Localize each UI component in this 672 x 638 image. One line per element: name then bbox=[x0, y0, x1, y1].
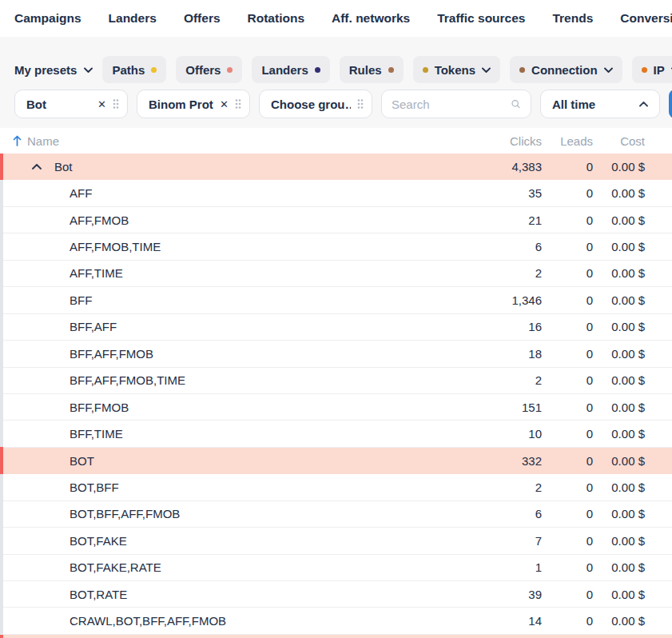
table-row[interactable]: BOT,FAKE 7 0 0.00 $ bbox=[0, 528, 672, 554]
partial-blue-button[interactable] bbox=[669, 90, 672, 118]
filter-chip[interactable]: Connection bbox=[510, 56, 622, 83]
row-cost: 0.00 $ bbox=[593, 320, 645, 333]
close-icon[interactable]: ✕ bbox=[97, 99, 106, 110]
nav-item[interactable]: Trends bbox=[552, 11, 593, 26]
nav-item[interactable]: Conversions bbox=[620, 11, 672, 26]
drag-handle-icon[interactable] bbox=[113, 98, 119, 110]
nav-item[interactable]: Landers bbox=[109, 11, 157, 26]
nav-item[interactable]: Aff. networks bbox=[332, 11, 410, 26]
row-clicks: 18 bbox=[462, 347, 542, 361]
table-row[interactable]: BOT,BFF 2 0 0.00 $ bbox=[0, 474, 672, 500]
row-leads: 0 bbox=[542, 320, 593, 333]
table-row[interactable]: BFF 1,346 0 0.00 $ bbox=[0, 287, 672, 313]
table-row[interactable]: BFF,TIME 10 0 0.00 $ bbox=[0, 421, 672, 447]
nav-item[interactable]: Campaigns bbox=[14, 11, 82, 26]
nav-item[interactable]: Rotations bbox=[248, 11, 304, 26]
row-clicks: 332 bbox=[462, 454, 542, 468]
table-row[interactable]: AFF,FMOB 21 0 0.00 $ bbox=[0, 207, 672, 233]
sort-ascending-icon bbox=[13, 135, 22, 146]
row-name-cell: BFF,AFF,FMOB bbox=[3, 347, 462, 361]
table-row[interactable]: BFF,AFF 16 0 0.00 $ bbox=[0, 314, 672, 341]
search-input[interactable] bbox=[392, 98, 504, 111]
column-header-cost[interactable]: Cost bbox=[593, 134, 645, 148]
row-name: CRAWL,BOT,BFF,AFF,FMOB bbox=[70, 614, 226, 628]
filter-chip[interactable]: Rules bbox=[340, 56, 404, 83]
table-row[interactable]: CRAWL,BOT,BFF,AFF,FMOB 14 0 0.00 $ bbox=[0, 608, 672, 634]
column-header-clicks[interactable]: Clicks bbox=[462, 134, 542, 148]
row-clicks: 2 bbox=[462, 373, 542, 387]
table-row[interactable]: BFF,AFF,FMOB,TIME 2 0 0.00 $ bbox=[0, 368, 672, 394]
filter-tag[interactable]: Binom Prot… ✕ bbox=[137, 90, 250, 118]
row-name-cell: AFF,FMOB,TIME bbox=[3, 240, 462, 253]
row-cost: 0.00 $ bbox=[593, 266, 645, 280]
chip-color-dot bbox=[519, 67, 525, 73]
table-row[interactable]: BOT,RATE 39 0 0.00 $ bbox=[0, 581, 672, 608]
filter-chip[interactable]: Paths bbox=[102, 56, 166, 83]
row-leads: 0 bbox=[542, 614, 593, 628]
table-row[interactable]: Bot 4,383 0 0.00 $ bbox=[0, 154, 672, 180]
row-leads: 0 bbox=[542, 507, 593, 520]
filter-tag-label: Bot bbox=[26, 98, 91, 111]
table-body: Bot 4,383 0 0.00 $ AFF 35 0 0.00 $ AFF,F… bbox=[0, 154, 672, 635]
row-cost: 0.00 $ bbox=[593, 240, 645, 253]
chevron-down-icon bbox=[604, 67, 613, 73]
row-cost: 0.00 $ bbox=[593, 213, 645, 227]
row-leads: 0 bbox=[542, 534, 593, 548]
filter-tag[interactable]: Choose grou… bbox=[259, 90, 372, 118]
row-cost: 0.00 $ bbox=[593, 507, 645, 520]
row-name-cell: BOT,RATE bbox=[3, 588, 462, 601]
row-clicks: 14 bbox=[462, 614, 542, 628]
row-clicks: 16 bbox=[462, 320, 542, 333]
drag-handle-icon[interactable] bbox=[357, 98, 364, 110]
row-leads: 0 bbox=[542, 186, 593, 200]
search-box bbox=[381, 90, 531, 118]
my-presets-label: My presets bbox=[14, 63, 77, 77]
row-cost: 0.00 $ bbox=[593, 454, 645, 468]
nav-item[interactable]: Offers bbox=[184, 11, 221, 26]
row-clicks: 4,383 bbox=[462, 160, 542, 173]
row-name-cell: BFF,AFF bbox=[3, 320, 462, 333]
chip-color-dot bbox=[423, 67, 428, 73]
chip-color-dot bbox=[388, 67, 394, 73]
close-icon[interactable]: ✕ bbox=[220, 99, 229, 110]
row-name-cell: BOT,FAKE bbox=[3, 534, 462, 548]
filter-chip[interactable]: IP bbox=[632, 56, 672, 83]
row-name: AFF bbox=[70, 186, 92, 200]
collapse-chevron-icon[interactable] bbox=[32, 164, 42, 169]
table-row[interactable]: BFF,FMOB 151 0 0.00 $ bbox=[0, 394, 672, 421]
row-name: BFF,AFF,FMOB,TIME bbox=[70, 373, 185, 387]
row-name: Bot bbox=[54, 160, 73, 173]
row-clicks: 2 bbox=[462, 480, 542, 494]
chip-color-dot bbox=[315, 67, 320, 73]
column-header-name[interactable]: Name bbox=[3, 134, 462, 148]
table-row[interactable]: AFF,TIME 2 0 0.00 $ bbox=[0, 261, 672, 287]
time-range-dropdown[interactable]: All time bbox=[540, 90, 660, 118]
chip-label: IP bbox=[654, 63, 665, 77]
filter-tag[interactable]: Bot ✕ bbox=[14, 90, 128, 118]
filter-chip[interactable]: Offers bbox=[176, 56, 242, 83]
row-name-cell: BOT,BFF bbox=[3, 480, 462, 494]
table-row[interactable]: AFF,FMOB,TIME 6 0 0.00 $ bbox=[0, 233, 672, 260]
row-name: BFF,AFF,FMOB bbox=[70, 347, 153, 361]
filter-chip[interactable]: Landers bbox=[252, 56, 329, 83]
row-cost: 0.00 $ bbox=[593, 588, 645, 601]
table-row[interactable]: AFF 35 0 0.00 $ bbox=[0, 180, 672, 206]
my-presets-dropdown[interactable]: My presets bbox=[14, 63, 93, 77]
row-name: BOT bbox=[70, 454, 94, 468]
chip-color-dot bbox=[227, 67, 233, 73]
drag-handle-icon[interactable] bbox=[235, 98, 241, 110]
row-leads: 0 bbox=[542, 480, 593, 494]
table-row[interactable]: BFF,AFF,FMOB 18 0 0.00 $ bbox=[0, 341, 672, 367]
row-name: BFF,AFF bbox=[70, 320, 117, 333]
row-name-cell: AFF,FMOB bbox=[3, 213, 462, 227]
column-header-leads[interactable]: Leads bbox=[542, 134, 593, 148]
table-row[interactable]: BOT,BFF,AFF,FMOB 6 0 0.00 $ bbox=[0, 501, 672, 528]
filter-chip[interactable]: Tokens bbox=[413, 56, 500, 83]
nav-item[interactable]: Traffic sources bbox=[437, 11, 525, 26]
row-cost: 0.00 $ bbox=[593, 373, 645, 387]
table-row[interactable]: BOT,FAKE,RATE 1 0 0.00 $ bbox=[0, 555, 672, 581]
row-name: AFF,FMOB,TIME bbox=[70, 240, 161, 253]
chip-label: Rules bbox=[349, 63, 382, 77]
row-clicks: 21 bbox=[462, 213, 542, 227]
table-row[interactable]: BOT 332 0 0.00 $ bbox=[0, 448, 672, 474]
